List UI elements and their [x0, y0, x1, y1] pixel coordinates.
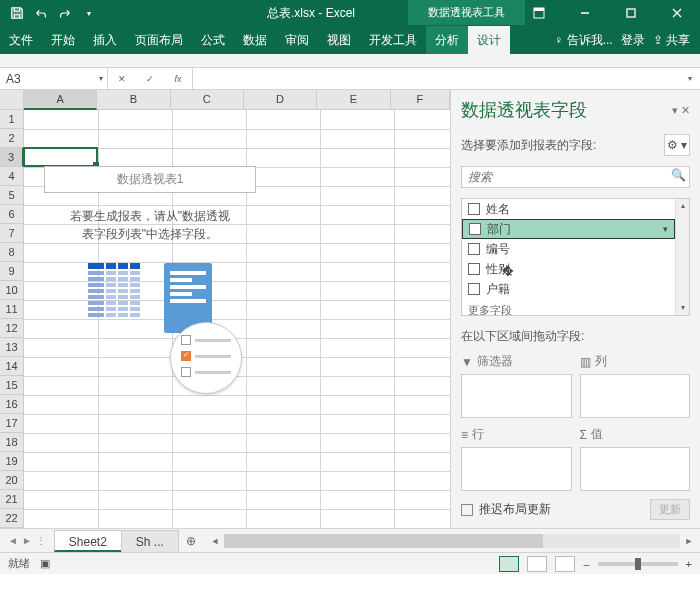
row-header[interactable]: 16 — [0, 395, 24, 414]
col-header-f[interactable]: F — [391, 90, 450, 110]
login-link[interactable]: 登录 — [621, 32, 645, 49]
sheet-vdots-icon[interactable]: ⋮ — [36, 535, 46, 546]
name-box-value: A3 — [6, 72, 21, 86]
tab-home[interactable]: 开始 — [42, 26, 84, 54]
row-header[interactable]: 5 — [0, 186, 24, 205]
update-button[interactable]: 更新 — [650, 499, 690, 520]
row-header[interactable]: 10 — [0, 281, 24, 300]
field-item[interactable]: 户籍 — [462, 279, 675, 299]
zone-filters[interactable]: ▼筛选器 — [461, 353, 572, 418]
zoom-out-icon[interactable]: – — [583, 558, 589, 570]
row-header[interactable]: 17 — [0, 414, 24, 433]
view-page-layout-icon[interactable] — [527, 556, 547, 572]
add-sheet-icon[interactable]: ⊕ — [178, 529, 204, 552]
name-box[interactable]: A3 ▾ — [0, 68, 108, 89]
chevron-down-icon[interactable]: ▾ — [663, 224, 668, 234]
row-header[interactable]: 11 — [0, 300, 24, 319]
field-item[interactable]: 姓名 — [462, 199, 675, 219]
view-normal-icon[interactable] — [499, 556, 519, 572]
row-header[interactable]: 6 — [0, 205, 24, 224]
tab-view[interactable]: 视图 — [318, 26, 360, 54]
worksheet-grid[interactable]: A B C D E F 1234567891011121314151617181… — [0, 90, 450, 528]
checkbox-icon[interactable] — [468, 283, 480, 295]
tab-analyze[interactable]: 分析 — [426, 26, 468, 54]
horizontal-scrollbar[interactable]: ◄► — [204, 529, 700, 552]
redo-icon[interactable] — [54, 2, 76, 24]
minimize-icon[interactable] — [562, 0, 608, 26]
formula-input[interactable] — [193, 68, 680, 89]
tab-file[interactable]: 文件 — [0, 26, 42, 54]
row-header[interactable]: 14 — [0, 357, 24, 376]
row-header[interactable]: 1 — [0, 110, 24, 129]
row-header[interactable]: 4 — [0, 167, 24, 186]
checkbox-icon[interactable] — [468, 203, 480, 215]
zone-rows[interactable]: ≡行 — [461, 426, 572, 491]
maximize-icon[interactable] — [608, 0, 654, 26]
checkbox-icon[interactable] — [468, 243, 480, 255]
tab-data[interactable]: 数据 — [234, 26, 276, 54]
row-header[interactable]: 8 — [0, 243, 24, 262]
save-icon[interactable] — [6, 2, 28, 24]
enter-formula-icon[interactable]: ✓ — [136, 74, 164, 84]
tab-insert[interactable]: 插入 — [84, 26, 126, 54]
ribbon-content-collapsed — [0, 54, 700, 68]
col-header-b[interactable]: B — [97, 90, 170, 110]
tab-review[interactable]: 审阅 — [276, 26, 318, 54]
view-page-break-icon[interactable] — [555, 556, 575, 572]
sheet-next-icon[interactable]: ► — [22, 535, 32, 546]
row-header[interactable]: 20 — [0, 471, 24, 490]
active-cell[interactable] — [23, 147, 98, 167]
sheet-tab[interactable]: Sheet2 — [54, 530, 122, 552]
row-header[interactable]: 9 — [0, 262, 24, 281]
tab-design[interactable]: 设计 — [468, 26, 510, 54]
sheet-prev-icon[interactable]: ◄ — [8, 535, 18, 546]
field-list: 姓名 部门▾ 编号 性别 户籍 更多字段 ▴▾ — [461, 198, 690, 316]
checkbox-icon[interactable] — [468, 263, 480, 275]
row-header[interactable]: 21 — [0, 490, 24, 509]
macro-record-icon[interactable]: ▣ — [40, 557, 50, 570]
tab-layout[interactable]: 页面布局 — [126, 26, 192, 54]
zoom-in-icon[interactable]: + — [686, 558, 692, 570]
col-header-c[interactable]: C — [171, 90, 244, 110]
row-header[interactable]: 7 — [0, 224, 24, 243]
close-icon[interactable] — [654, 0, 700, 26]
col-header-a[interactable]: A — [24, 90, 97, 110]
row-header[interactable]: 13 — [0, 338, 24, 357]
defer-checkbox[interactable] — [461, 504, 473, 516]
undo-icon[interactable] — [30, 2, 52, 24]
zoom-slider[interactable] — [598, 562, 678, 566]
qat-dropdown-icon[interactable]: ▾ — [78, 2, 100, 24]
col-header-e[interactable]: E — [317, 90, 390, 110]
row-header[interactable]: 2 — [0, 129, 24, 148]
tab-formulas[interactable]: 公式 — [192, 26, 234, 54]
row-header[interactable]: 3 — [0, 148, 24, 167]
field-item-selected[interactable]: 部门▾ — [462, 219, 675, 239]
row-header[interactable]: 22 — [0, 509, 24, 528]
fx-icon[interactable]: fx — [164, 74, 192, 84]
expand-formula-icon[interactable]: ▾ — [680, 68, 700, 89]
cells-area[interactable]: 数据透视表1 若要生成报表，请从"数据透视表字段列表"中选择字段。 — [24, 110, 450, 528]
field-item[interactable]: 性别 — [462, 259, 675, 279]
sheet-tab[interactable]: Sh ... — [121, 530, 179, 552]
col-header-d[interactable]: D — [244, 90, 317, 110]
field-search-input[interactable] — [461, 166, 690, 188]
checkbox-icon[interactable] — [469, 223, 481, 235]
more-fields[interactable]: 更多字段 — [462, 299, 675, 315]
field-scrollbar[interactable]: ▴▾ — [675, 199, 689, 315]
tell-me[interactable]: ♀ 告诉我... — [554, 32, 612, 49]
row-header[interactable]: 18 — [0, 433, 24, 452]
cancel-formula-icon[interactable]: ✕ — [108, 74, 136, 84]
chevron-down-icon[interactable]: ▾ — [99, 74, 103, 83]
search-icon[interactable]: 🔍 — [671, 168, 686, 182]
share-button[interactable]: ⇪ 共享 — [653, 32, 690, 49]
gear-icon[interactable]: ⚙ ▾ — [664, 134, 690, 156]
field-item[interactable]: 编号 — [462, 239, 675, 259]
zone-columns[interactable]: ▥列 — [580, 353, 691, 418]
row-header[interactable]: 19 — [0, 452, 24, 471]
pane-close-icon[interactable]: ▾ ✕ — [672, 104, 690, 117]
tab-developer[interactable]: 开发工具 — [360, 26, 426, 54]
row-header[interactable]: 15 — [0, 376, 24, 395]
zone-values[interactable]: Σ值 — [580, 426, 691, 491]
select-all-cell[interactable] — [0, 90, 24, 110]
row-header[interactable]: 12 — [0, 319, 24, 338]
